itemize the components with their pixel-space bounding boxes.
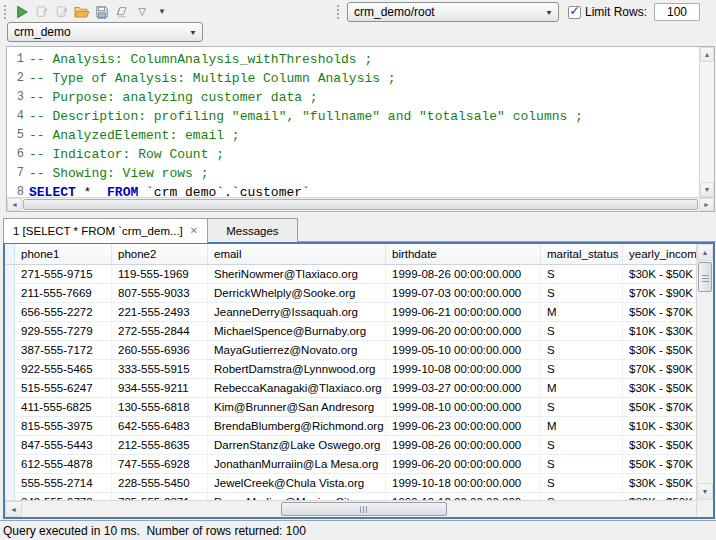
tab-messages[interactable]: Messages bbox=[208, 218, 297, 242]
cell-marital-status: M bbox=[541, 379, 623, 397]
toolbar-grip[interactable] bbox=[4, 5, 9, 19]
cell-yearly-income: $50K - $70K bbox=[623, 455, 696, 473]
cell-yearly-income: $30K - $50K bbox=[623, 474, 696, 492]
table-row[interactable]: 342-555-9778 785-555-2371 PeggyMedina@Me… bbox=[5, 493, 696, 500]
editor-dropdown-open-button[interactable]: ▽ bbox=[132, 3, 152, 21]
row-header[interactable] bbox=[5, 379, 15, 397]
cell-email: JeanneDerry@Issaquah.org bbox=[208, 303, 386, 321]
table-row[interactable]: 411-555-6825 130-555-6818 Kim@Brunner@Sa… bbox=[5, 398, 696, 417]
close-icon[interactable]: ✕ bbox=[190, 226, 198, 236]
table-vscroll-thumb[interactable] bbox=[698, 262, 712, 292]
table-row[interactable]: 922-555-5465 333-555-5915 RobertDamstra@… bbox=[5, 360, 696, 379]
table-row[interactable]: 847-555-5443 212-555-8635 DarrenStanz@La… bbox=[5, 436, 696, 455]
cell-birthdate: 1999-10-12 00:00:00.000 bbox=[386, 493, 541, 500]
table-row[interactable]: 211-555-7669 807-555-9033 DerrickWhelply… bbox=[5, 284, 696, 303]
column-header[interactable]: phone1 bbox=[15, 244, 112, 264]
limit-rows-input[interactable] bbox=[654, 3, 700, 21]
row-header[interactable] bbox=[5, 265, 15, 283]
cell-phone2: 260-555-6936 bbox=[112, 341, 208, 359]
editor-hscroll-thumb[interactable] bbox=[23, 199, 698, 210]
sql-code-area[interactable]: 1 -- Analysis: ColumnAnalysis_withThresh… bbox=[7, 47, 699, 197]
cell-birthdate: 1999-08-10 00:00:00.000 bbox=[386, 398, 541, 416]
table-row[interactable]: 387-555-7172 260-555-6936 MayaGutierrez@… bbox=[5, 341, 696, 360]
cell-email: DerrickWhelply@Sooke.org bbox=[208, 284, 386, 302]
tab-result-1-label: 1 [SELECT * FROM `crm_dem...] bbox=[13, 225, 183, 237]
column-header[interactable]: yearly_income bbox=[623, 244, 696, 264]
open-file-button[interactable] bbox=[72, 3, 92, 21]
cell-marital-status: S bbox=[541, 322, 623, 340]
cell-marital-status: M bbox=[541, 303, 623, 321]
table-row[interactable]: 612-555-4878 747-555-6928 JonathanMurrai… bbox=[5, 455, 696, 474]
scroll-up-icon[interactable]: ▲ bbox=[700, 47, 714, 62]
sql-line: 3 -- Purpose: analyzing customer data ; bbox=[7, 88, 699, 107]
sql-comment-text: -- Showing: View rows ; bbox=[29, 164, 208, 183]
table-row[interactable]: 555-555-2714 228-555-5450 JewelCreek@Chu… bbox=[5, 474, 696, 493]
clear-editor-button[interactable] bbox=[112, 3, 132, 21]
row-header[interactable] bbox=[5, 398, 15, 416]
cell-email: Kim@Brunner@San Andresorg bbox=[208, 398, 386, 416]
table-row[interactable]: 929-555-7279 272-555-2844 MichaelSpence@… bbox=[5, 322, 696, 341]
limit-rows-label: Limit Rows: bbox=[585, 5, 647, 19]
toolbar: ▽ ▼ crm_demo/root ▼ ✓ Limit Rows: bbox=[0, 2, 716, 22]
scroll-left-icon[interactable]: ◄ bbox=[7, 198, 22, 211]
limit-rows-checkbox[interactable]: ✓ bbox=[568, 6, 581, 19]
table-hscroll-thumb[interactable] bbox=[281, 502, 447, 516]
save-button[interactable] bbox=[92, 3, 112, 21]
row-header[interactable] bbox=[5, 474, 15, 492]
cell-phone2: 747-555-6928 bbox=[112, 455, 208, 473]
column-header[interactable]: email bbox=[208, 244, 386, 264]
sql-text: * bbox=[76, 185, 107, 197]
run-query-button[interactable] bbox=[12, 3, 32, 21]
sql-keyword: SELECT bbox=[29, 185, 76, 197]
cell-birthdate: 1999-06-21 00:00:00.000 bbox=[386, 303, 541, 321]
cell-email: JewelCreek@Chula Vista.org bbox=[208, 474, 386, 492]
cell-phone2: 221-555-2493 bbox=[112, 303, 208, 321]
sql-editor-view: ▽ ▼ crm_demo/root ▼ ✓ Limit Rows: crm_de… bbox=[0, 2, 716, 540]
row-header[interactable] bbox=[5, 360, 15, 378]
context-selector[interactable]: crm_demo/root ▼ bbox=[347, 2, 559, 22]
connection-selector-value: crm_demo bbox=[14, 25, 71, 39]
cell-email: MichaelSpence@Burnaby.org bbox=[208, 322, 386, 340]
line-number: 4 bbox=[7, 107, 29, 126]
line-number: 8 bbox=[7, 183, 29, 197]
cell-phone1: 815-555-3975 bbox=[15, 417, 112, 435]
cell-phone2: 934-555-9211 bbox=[112, 379, 208, 397]
row-header[interactable] bbox=[5, 322, 15, 340]
row-header[interactable] bbox=[5, 341, 15, 359]
row-header[interactable] bbox=[5, 455, 15, 473]
editor-dropdown-menu-button[interactable]: ▼ bbox=[152, 3, 172, 21]
cell-phone1: 271-555-9715 bbox=[15, 265, 112, 283]
cell-yearly-income: $30K - $50K bbox=[623, 493, 696, 500]
cell-phone2: 119-555-1969 bbox=[112, 265, 208, 283]
sql-editor-main: 1 -- Analysis: ColumnAnalysis_withThresh… bbox=[7, 47, 714, 197]
cell-marital-status: S bbox=[541, 493, 623, 500]
scroll-left-icon[interactable]: ◄ bbox=[5, 501, 22, 517]
row-header[interactable] bbox=[5, 303, 15, 321]
connection-selector[interactable]: crm_demo ▼ bbox=[7, 22, 203, 42]
table-row[interactable]: 271-555-9715 119-555-1969 SheriNowmer@Tl… bbox=[5, 265, 696, 284]
table-header-row: phone1phone2emailbirthdatemarital_status… bbox=[5, 244, 696, 265]
scroll-down-icon[interactable]: ▼ bbox=[697, 483, 713, 500]
column-header[interactable]: birthdate bbox=[386, 244, 541, 264]
scroll-right-icon[interactable]: ► bbox=[699, 198, 714, 211]
table-row[interactable]: 515-555-6247 934-555-9211 RebeccaKanagak… bbox=[5, 379, 696, 398]
toolbar-grip-right[interactable] bbox=[337, 5, 342, 19]
cell-phone2: 333-555-5915 bbox=[112, 360, 208, 378]
cell-phone2: 807-555-9033 bbox=[112, 284, 208, 302]
context-selector-value: crm_demo/root bbox=[354, 5, 435, 19]
row-header[interactable] bbox=[5, 493, 15, 500]
scroll-down-icon[interactable]: ▼ bbox=[700, 182, 714, 197]
row-header[interactable] bbox=[5, 417, 15, 435]
row-header[interactable] bbox=[5, 284, 15, 302]
cell-phone1: 847-555-5443 bbox=[15, 436, 112, 454]
column-header[interactable]: marital_status bbox=[541, 244, 623, 264]
tab-result-1[interactable]: 1 [SELECT * FROM `crm_dem...] ✕ bbox=[3, 218, 208, 243]
table-row[interactable]: 656-555-2272 221-555-2493 JeanneDerry@Is… bbox=[5, 303, 696, 322]
cell-email: MayaGutierrez@Novato.org bbox=[208, 341, 386, 359]
table-row[interactable]: 815-555-3975 642-555-6483 BrendaBlumberg… bbox=[5, 417, 696, 436]
row-header[interactable] bbox=[5, 436, 15, 454]
scroll-up-icon[interactable]: ▲ bbox=[697, 244, 713, 261]
column-header[interactable]: phone2 bbox=[112, 244, 208, 264]
line-number: 2 bbox=[7, 69, 29, 88]
cell-yearly-income: $30K - $50K bbox=[623, 265, 696, 283]
